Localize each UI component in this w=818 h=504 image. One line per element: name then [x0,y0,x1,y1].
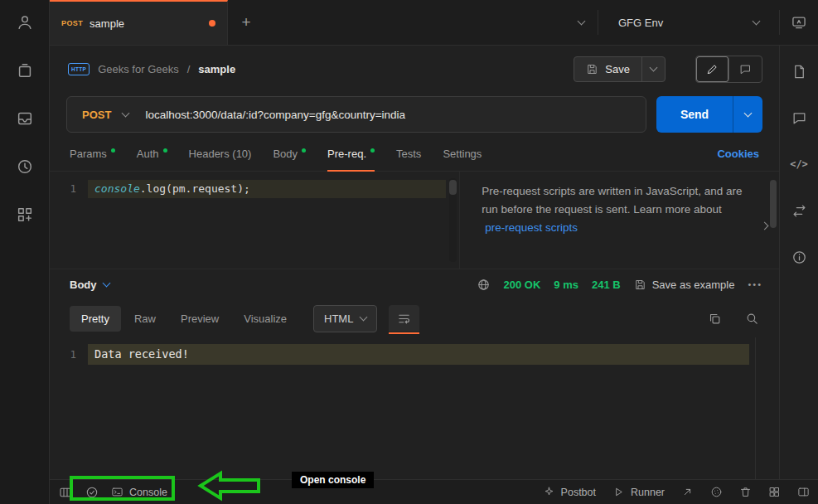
save-button-label: Save [605,63,630,75]
cookies-icon[interactable] [710,486,723,498]
status-code[interactable]: 200 OK [504,279,541,291]
inbox-icon[interactable] [14,108,36,129]
green-dot-icon [302,148,306,153]
code-line-1: 1 console.log(pm.request); [50,180,459,198]
comments-icon[interactable] [788,109,810,127]
info-icon[interactable] [788,248,810,266]
tab-params[interactable]: Params [70,137,115,171]
http-request-icon: HTTP [68,63,90,75]
edit-button[interactable] [696,56,729,82]
tab-settings[interactable]: Settings [443,137,482,171]
method-selector[interactable]: POST [67,109,123,121]
line-number: 1 [50,180,88,198]
breadcrumb-actions: Save [574,56,762,83]
console-button[interactable]: Console [111,486,167,498]
collapse-panel-chevron-icon[interactable] [762,216,767,235]
breadcrumb-separator: / [187,63,191,75]
workspaces-icon[interactable] [14,204,36,225]
tab-label: Tests [396,148,421,160]
runner-button[interactable]: Runner [612,486,665,498]
cookies-link[interactable]: Cookies [717,148,759,160]
tab-pretty[interactable]: Pretty [70,306,121,332]
sidebar-toggle-icon[interactable] [58,485,73,500]
chevron-down-icon[interactable] [102,279,110,288]
response-time[interactable]: 9 ms [554,279,578,291]
new-tab-button[interactable]: + [228,0,264,45]
related-requests-icon[interactable] [788,201,810,220]
tab-preview[interactable]: Preview [169,306,230,332]
edit-comment-group [695,56,762,83]
two-pane-view-icon[interactable] [768,486,781,498]
trash-icon[interactable] [739,486,752,498]
tab-raw[interactable]: Raw [123,306,167,332]
environment-quick-look-icon[interactable] [780,0,818,45]
tab-options-chevron-icon[interactable] [564,0,598,45]
response-line-1: 1 Data received! [50,344,779,365]
tab-label: Pre-req. [327,148,366,160]
copy-icon[interactable] [708,312,722,326]
left-activity-bar [0,0,50,504]
request-url-row: POST localhost:3000/data/:id?company=gfg… [50,92,779,137]
url-input[interactable]: localhost:3000/data/:id?company=gfg&coun… [145,109,405,121]
chevron-down-icon [753,17,761,26]
tab-pre-request[interactable]: Pre-req. [327,137,375,171]
more-options-icon[interactable]: ••• [748,279,762,289]
wrap-lines-toggle[interactable] [389,305,419,332]
script-editor[interactable]: 1 console.log(pm.request); [50,172,460,269]
response-tools [708,312,759,326]
unsaved-dot-icon [209,20,215,27]
response-size[interactable]: 241 B [592,279,621,291]
save-options-button[interactable] [641,57,665,81]
response-body-dropdown[interactable]: Body [70,279,97,291]
response-meta: 200 OK 9 ms 241 B Save as example ••• [477,278,762,292]
breadcrumb-request-name[interactable]: sample [198,63,235,75]
breadcrumb-workspace[interactable]: Geeks for Geeks [98,63,179,75]
pre-request-scripts-link[interactable]: pre-request scripts [485,221,578,234]
pre-request-help-panel: Pre-request scripts are written in JavaS… [460,172,779,269]
documentation-icon[interactable] [788,62,810,80]
format-dropdown[interactable]: HTML [313,305,377,332]
send-button[interactable]: Send [656,96,733,133]
search-icon[interactable] [745,312,759,326]
response-content: Data received! [88,344,749,365]
request-tab-bar: POST sample + GFG Env [50,0,818,46]
token-rest: .log(pm.request); [140,182,250,195]
send-options-button[interactable] [733,96,762,133]
chevron-down-icon [360,313,368,322]
postman-window: POST sample + GFG Env HTTP [0,0,818,504]
method-chevron-icon[interactable] [123,113,145,116]
open-request-tab[interactable]: POST sample [50,0,228,45]
tab-headers[interactable]: Headers (10) [189,137,252,171]
save-button[interactable]: Save [574,57,641,81]
format-label: HTML [324,313,353,325]
tab-tests[interactable]: Tests [396,137,421,171]
checks-status-icon[interactable] [85,485,99,500]
postbot-button[interactable]: Postbot [543,486,596,498]
response-body-viewer[interactable]: 1 Data received! [50,337,779,479]
network-globe-icon[interactable] [477,278,491,292]
save-as-example-button[interactable]: Save as example [634,279,735,291]
response-scrollbar-track[interactable] [755,337,756,479]
account-icon[interactable] [14,12,36,33]
green-dot-icon [370,148,375,153]
tab-body[interactable]: Body [273,137,306,171]
editor-scrollbar-thumb[interactable] [449,180,457,195]
tab-auth[interactable]: Auth [137,137,167,171]
code-glyph: </> [790,158,808,170]
help-scrollbar-thumb[interactable] [770,180,777,228]
capture-requests-icon[interactable] [681,486,694,498]
comment-button[interactable] [729,56,762,82]
green-dot-icon [111,148,115,153]
split-panel-icon[interactable] [797,486,810,498]
green-dot-icon [163,148,167,153]
status-bar: Console Postbot Runner [50,479,818,504]
right-context-bar: </> [779,46,818,479]
history-icon[interactable] [14,156,36,177]
console-label: Console [129,487,167,498]
environment-selector[interactable]: GFG Env [598,0,779,45]
code-snippet-icon[interactable]: </> [788,155,810,173]
collections-icon[interactable] [14,60,36,81]
postbot-label: Postbot [561,487,596,498]
tab-visualize[interactable]: Visualize [232,306,298,332]
breadcrumb-row: HTTP Geeks for Geeks / sample Save [50,46,779,92]
